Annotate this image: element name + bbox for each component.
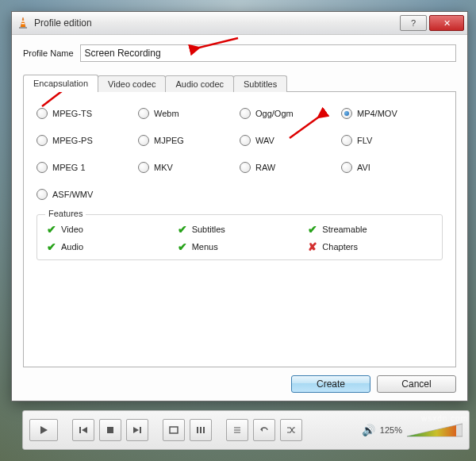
radio-icon — [36, 162, 48, 173]
radio-mpeg1[interactable]: MPEG 1 — [36, 162, 138, 173]
radio-raw[interactable]: RAW — [240, 162, 341, 173]
profile-name-input[interactable] — [80, 44, 456, 62]
check-icon: ✔ — [47, 223, 56, 236]
svg-rect-13 — [170, 427, 178, 433]
feature-chapters: ✘Chapters — [308, 240, 432, 253]
feature-menus: ✔Menus — [178, 240, 302, 253]
svg-rect-10 — [107, 427, 113, 433]
watermark: wsxdn.com — [421, 414, 468, 423]
check-icon: ✔ — [178, 223, 187, 236]
play-button[interactable] — [29, 419, 58, 441]
radio-icon — [36, 108, 48, 119]
speaker-icon[interactable]: 🔊 — [362, 424, 375, 436]
check-icon: ✔ — [47, 240, 56, 253]
profile-name-label: Profile Name — [23, 48, 74, 58]
radio-label: RAW — [255, 163, 275, 172]
svg-marker-7 — [40, 426, 48, 434]
feature-subtitles: ✔Subtitles — [178, 223, 302, 236]
tab-encapsulation[interactable]: Encapsulation — [23, 75, 98, 92]
radio-icon — [138, 108, 149, 119]
feature-label: Streamable — [322, 225, 367, 234]
radio-mp4[interactable]: MP4/MOV — [341, 108, 443, 119]
check-icon: ✔ — [308, 223, 317, 236]
svg-rect-3 — [19, 27, 27, 29]
next-button[interactable] — [126, 419, 148, 441]
svg-rect-2 — [21, 23, 25, 24]
volume-percent: 125% — [380, 425, 402, 435]
feature-label: Chapters — [322, 242, 358, 252]
radio-label: ASF/WMV — [52, 190, 93, 199]
radio-mjpeg[interactable]: MJPEG — [138, 135, 240, 146]
radio-ogg[interactable]: Ogg/Ogm — [240, 108, 341, 119]
radio-webm[interactable]: Webm — [138, 108, 240, 119]
svg-rect-12 — [140, 427, 141, 433]
close-button[interactable]: ✕ — [429, 15, 464, 31]
tab-audio-codec[interactable]: Audio codec — [165, 75, 234, 92]
feature-label: Video — [61, 225, 83, 234]
radio-icon — [240, 108, 251, 119]
feature-label: Audio — [61, 242, 83, 252]
radio-asf[interactable]: ASF/WMV — [36, 189, 138, 200]
radio-label: MP4/MOV — [357, 109, 397, 118]
radio-icon — [341, 162, 352, 173]
radio-mpeg-ps[interactable]: MPEG-PS — [36, 135, 138, 146]
check-icon: ✔ — [178, 240, 187, 253]
radio-icon — [240, 162, 251, 173]
radio-icon — [341, 108, 352, 119]
tab-subtitles[interactable]: Subtitles — [233, 75, 287, 92]
feature-audio: ✔Audio — [47, 240, 171, 253]
radio-avi[interactable]: AVI — [341, 162, 443, 173]
extended-settings-button[interactable] — [190, 419, 212, 441]
radio-mpeg-ts[interactable]: MPEG-TS — [36, 108, 138, 119]
svg-marker-11 — [133, 427, 139, 433]
feature-label: Menus — [192, 242, 218, 252]
radio-label: MPEG-TS — [52, 109, 92, 118]
radio-label: AVI — [357, 163, 370, 172]
volume-slider[interactable] — [407, 422, 463, 438]
svg-rect-15 — [200, 427, 202, 433]
radio-icon — [341, 135, 352, 146]
cancel-button[interactable]: Cancel — [377, 375, 456, 393]
radio-flv[interactable]: FLV — [341, 135, 443, 146]
features-legend: Features — [45, 209, 86, 218]
tabs: Encapsulation Video codec Audio codec Su… — [23, 75, 456, 92]
svg-rect-8 — [79, 427, 81, 433]
window-title: Profile edition — [34, 17, 92, 29]
feature-video: ✔Video — [47, 223, 171, 236]
radio-wav[interactable]: WAV — [240, 135, 341, 146]
svg-rect-14 — [197, 427, 198, 433]
radio-icon — [240, 135, 251, 146]
radio-label: Webm — [154, 109, 179, 118]
svg-rect-1 — [21, 21, 25, 21]
help-button[interactable]: ? — [400, 15, 427, 31]
vlc-cone-icon — [17, 17, 29, 29]
radio-label: MKV — [154, 163, 173, 172]
radio-label: WAV — [255, 136, 274, 145]
radio-label: FLV — [357, 136, 372, 145]
feature-label: Subtitles — [192, 225, 225, 234]
svg-rect-16 — [203, 427, 205, 433]
player-toolbar: 🔊 125% — [22, 410, 470, 450]
radio-label: Ogg/Ogm — [255, 109, 294, 118]
svg-marker-9 — [82, 427, 87, 433]
radio-label: MJPEG — [154, 136, 184, 145]
profile-edition-dialog: Profile edition ? ✕ Profile Name Encapsu… — [11, 11, 468, 401]
radio-icon — [138, 135, 149, 146]
feature-streamable: ✔Streamable — [308, 223, 432, 236]
shuffle-button[interactable] — [280, 419, 302, 441]
radio-icon — [36, 135, 48, 146]
radio-mkv[interactable]: MKV — [138, 162, 240, 173]
prev-button[interactable] — [72, 419, 94, 441]
stop-button[interactable] — [99, 419, 121, 441]
titlebar[interactable]: Profile edition ? ✕ — [12, 12, 467, 35]
radio-icon — [138, 162, 149, 173]
playlist-button[interactable] — [226, 419, 248, 441]
tabpanel-encapsulation: MPEG-TS Webm Ogg/Ogm MP4/MOV MPEG-PS MJP… — [23, 91, 456, 367]
svg-marker-0 — [21, 17, 25, 27]
create-button[interactable]: Create — [291, 375, 370, 393]
tab-video-codec[interactable]: Video codec — [98, 75, 166, 92]
fullscreen-button[interactable] — [163, 419, 185, 441]
loop-button[interactable] — [253, 419, 275, 441]
radio-label: MPEG-PS — [52, 136, 93, 145]
cross-icon: ✘ — [308, 240, 317, 253]
